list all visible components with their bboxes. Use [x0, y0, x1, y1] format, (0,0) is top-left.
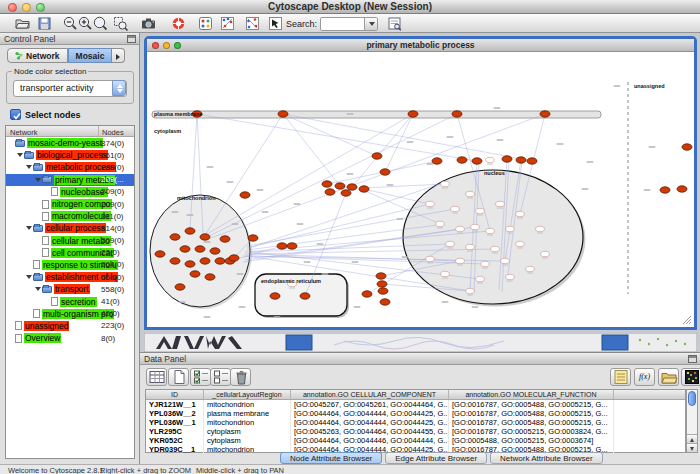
vizmapper-icon[interactable]: [197, 15, 214, 32]
tree-column-network[interactable]: Network: [10, 128, 38, 137]
select-nodes-checkbox[interactable]: [10, 109, 21, 120]
table-cell[interactable]: mitochondrion: [204, 400, 291, 409]
table-cell[interactable]: [GO:0005488, GO:0005215, GO:0003674]: [449, 436, 614, 445]
table-cell[interactable]: YPL036W__1: [146, 418, 204, 427]
layout-b-icon[interactable]: [244, 15, 261, 32]
float-data-panel-icon[interactable]: [688, 355, 697, 363]
zoom-fit-icon[interactable]: [92, 15, 109, 32]
background-window[interactable]: [144, 333, 697, 352]
attribute-table-header[interactable]: ID_cellularLayoutRegionannotation.GO CEL…: [146, 390, 685, 400]
tree-column-nodes[interactable]: Nodes: [102, 128, 124, 137]
table-cell[interactable]: mitochondrion: [204, 445, 291, 454]
more-tabs-arrow-icon[interactable]: [112, 48, 125, 63]
snapshot-icon[interactable]: [140, 15, 157, 32]
attribute-table-icon[interactable]: [146, 368, 167, 386]
dropdown-stepper-icon[interactable]: [112, 80, 126, 96]
table-cell[interactable]: YJR121W__1: [146, 400, 204, 409]
tab-network[interactable]: Network: [7, 48, 68, 63]
matrix-icon[interactable]: [681, 368, 700, 386]
table-cell[interactable]: cytoplasm: [204, 436, 291, 445]
scroll-down-icon[interactable]: [687, 443, 697, 452]
select-attributes-icon[interactable]: [190, 368, 211, 386]
network-window-maximize-button[interactable]: [174, 42, 181, 49]
network-window-minimize-button[interactable]: [163, 42, 170, 49]
network-window-titlebar[interactable]: primary metabolic process: [147, 39, 694, 52]
table-cell[interactable]: [GO:0016787, GO:0005215, GO:0003824, G..…: [449, 427, 614, 436]
tree-row[interactable]: cellular metabo209(0): [6, 235, 134, 247]
tree-row[interactable]: biological_process651(0): [6, 149, 134, 161]
tree-row[interactable]: cell communicat22(0): [6, 247, 134, 259]
table-cell[interactable]: YPL036W__2: [146, 409, 204, 418]
tab-network-attribute-browser[interactable]: Network Attribute Browser: [490, 452, 602, 464]
node-color-dropdown[interactable]: transporter activity: [13, 80, 127, 97]
tree-row[interactable]: secretion41(0): [6, 295, 134, 307]
save-session-icon[interactable]: [36, 15, 53, 32]
table-cell[interactable]: [GO:0016787, GO:0005488, GO:0005215, G..…: [449, 409, 614, 418]
open-session-icon[interactable]: [14, 15, 31, 32]
table-row[interactable]: YKR052Ccytoplasm[GO:0044464, GO:0044446,…: [146, 436, 685, 445]
table-cell[interactable]: YLR295C: [146, 427, 204, 436]
tree-row[interactable]: Overview8(0): [6, 332, 134, 344]
network-window-close-button[interactable]: [152, 42, 159, 49]
search-input[interactable]: [320, 17, 378, 31]
table-column-header[interactable]: annotation.GO CELLULAR_COMPONENT: [291, 390, 449, 399]
table-cell[interactable]: [GO:0045267, GO:0045261, GO:0044464, G..…: [291, 400, 449, 409]
table-row[interactable]: YPL036W__1mitochondrion[GO:0044464, GO:0…: [146, 418, 685, 427]
tree-row[interactable]: macromolecule311(0): [6, 210, 134, 222]
table-column-header[interactable]: ID: [146, 390, 204, 399]
table-column-header[interactable]: annotation.GO MOLECULAR_FUNCTION: [449, 390, 614, 399]
tree-row[interactable]: establishment of lo558(0): [6, 271, 134, 283]
region-label: cytoplasm: [154, 128, 181, 134]
tab-edge-attribute-browser[interactable]: Edge Attribute Browser: [385, 452, 487, 464]
network-canvas[interactable]: plasma membranecytoplasmmitochondrionnuc…: [147, 52, 694, 326]
import-attributes-icon[interactable]: [658, 368, 679, 386]
table-scrollbar[interactable]: [686, 389, 698, 453]
tree-row[interactable]: transport558(0): [6, 283, 134, 295]
tree-row[interactable]: nitrogen compo209(0): [6, 198, 134, 210]
tree-row[interactable]: response to stimulu264(0): [6, 259, 134, 271]
search-dropdown-arrow-icon[interactable]: [364, 18, 377, 30]
zoom-selected-region-icon[interactable]: [112, 15, 129, 32]
unselect-attributes-icon[interactable]: [210, 368, 231, 386]
table-cell[interactable]: [GO:0045263, GO:0044464, GO:0044455, G..…: [291, 427, 449, 436]
table-cell[interactable]: cytoplasm: [204, 427, 291, 436]
table-cell[interactable]: [GO:0044464, GO:0044444, GO:0044425, G..…: [291, 409, 449, 418]
layout-a-icon[interactable]: [219, 15, 236, 32]
table-cell[interactable]: [GO:0016787, GO:0005488, GO:0005215, G..…: [449, 400, 614, 409]
window-titlebar[interactable]: Cytoscape Desktop (New Session): [0, 0, 700, 14]
tree-row[interactable]: primary metabo209(...: [6, 174, 134, 186]
tree-row[interactable]: unassigned223(0): [6, 320, 134, 332]
scroll-up-icon[interactable]: [687, 434, 697, 443]
table-row[interactable]: YLR295Ccytoplasm[GO:0045263, GO:0044464,…: [146, 427, 685, 436]
tree-row[interactable]: nucleobase-209(0): [6, 186, 134, 198]
edge: [197, 114, 477, 161]
annotation-icon[interactable]: [267, 15, 284, 32]
tree-row[interactable]: mosaic-demo-yeast874(0): [6, 137, 134, 149]
help-lifebuoy-icon[interactable]: [170, 15, 187, 32]
notes-icon[interactable]: [610, 368, 631, 386]
table-cell[interactable]: YKR052C: [146, 436, 204, 445]
table-row[interactable]: YPL036W__2plasma membrane[GO:0044464, GO…: [146, 409, 685, 418]
table-column-header[interactable]: _cellularLayoutRegion: [204, 390, 291, 399]
advanced-search-icon[interactable]: [386, 15, 403, 32]
tree-row[interactable]: multi-organism pro42(0): [6, 308, 134, 320]
function-builder-icon[interactable]: f(x): [634, 368, 655, 386]
network-view-window[interactable]: primary metabolic process plasma membran…: [144, 36, 697, 330]
table-cell[interactable]: YDR039C__1: [146, 445, 204, 454]
table-row[interactable]: YJR121W__1mitochondrion[GO:0045267, GO:0…: [146, 400, 685, 409]
new-attribute-icon[interactable]: [168, 368, 189, 386]
scrollbar-thumb[interactable]: [688, 391, 696, 406]
table-cell[interactable]: mitochondrion: [204, 418, 291, 427]
table-cell[interactable]: plasma membrane: [204, 409, 291, 418]
table-cell[interactable]: [GO:0044464, GO:0044446, GO:0044444, G..…: [291, 436, 449, 445]
tree-row[interactable]: metabolic process280(0): [6, 161, 134, 173]
table-cell[interactable]: [GO:0044464, GO:0044444, GO:0044425, G..…: [291, 418, 449, 427]
resize-grip[interactable]: [683, 316, 691, 324]
tree-header[interactable]: Network Nodes: [6, 126, 134, 137]
delete-attribute-icon[interactable]: [230, 368, 251, 386]
tree-row[interactable]: cellular process614(0): [6, 222, 134, 234]
table-cell[interactable]: [GO:0016787, GO:0005488, GO:0005215, G..…: [449, 418, 614, 427]
tab-mosaic[interactable]: Mosaic: [68, 48, 113, 63]
tab-node-attribute-browser[interactable]: Node Attribute Browser: [280, 452, 382, 464]
float-panel-icon[interactable]: [127, 35, 136, 43]
